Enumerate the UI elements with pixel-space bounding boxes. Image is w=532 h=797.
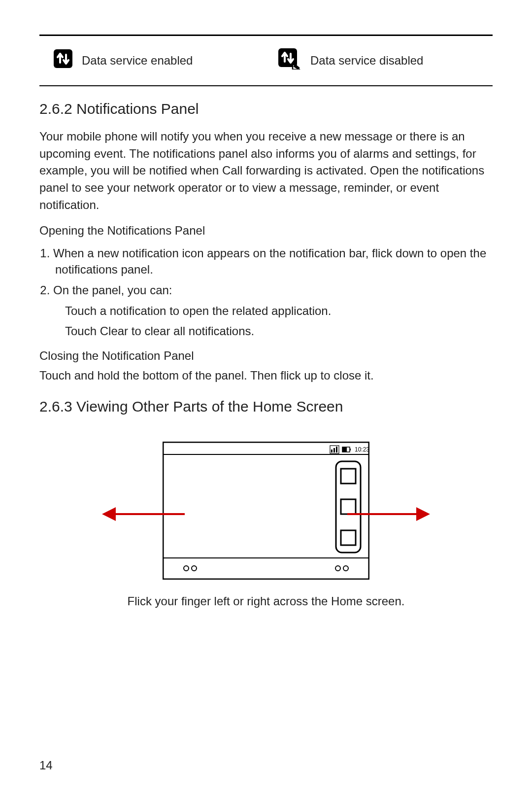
svg-rect-7 bbox=[333, 448, 335, 452]
svg-rect-8 bbox=[336, 447, 337, 452]
status-icons-row: Data service enabled Data service disabl… bbox=[39, 36, 493, 85]
step-2-sublist: Touch a notification to open the related… bbox=[39, 303, 493, 339]
row-bottom-rule bbox=[39, 85, 493, 86]
svg-rect-0 bbox=[54, 49, 72, 68]
section-262-heading: 2.6.2 Notifications Panel bbox=[39, 99, 493, 119]
opening-heading: Opening the Notifications Panel bbox=[39, 223, 493, 239]
data-disabled-label: Data service disabled bbox=[310, 53, 423, 69]
section-262-intro: Your mobile phone will notify you when y… bbox=[39, 128, 493, 214]
data-disabled-cell: Data service disabled bbox=[278, 48, 493, 73]
step-2: On the panel, you can: bbox=[53, 282, 493, 298]
swipe-left-arrow-icon bbox=[116, 513, 185, 515]
closing-heading: Closing the Notification Panel bbox=[39, 348, 493, 364]
page-number: 14 bbox=[39, 758, 53, 773]
data-disabled-icon bbox=[278, 48, 301, 73]
svg-rect-14 bbox=[341, 469, 356, 484]
svg-rect-12 bbox=[350, 449, 351, 450]
closing-body: Touch and hold the bottom of the panel. … bbox=[39, 367, 493, 384]
swipe-right-arrow-icon bbox=[347, 513, 416, 515]
data-enabled-cell: Data service enabled bbox=[53, 49, 268, 72]
bullet-touch-clear: Touch Clear to clear all notifications. bbox=[65, 323, 493, 339]
data-enabled-icon bbox=[53, 49, 73, 72]
section-263-heading: 2.6.3 Viewing Other Parts of the Home Sc… bbox=[39, 397, 493, 417]
svg-rect-6 bbox=[331, 450, 332, 452]
home-screen-figure: 10:23 bbox=[143, 442, 389, 580]
svg-rect-11 bbox=[342, 447, 347, 452]
data-enabled-label: Data service enabled bbox=[82, 53, 193, 69]
svg-rect-16 bbox=[341, 530, 356, 545]
status-time: 10:23 bbox=[355, 446, 369, 453]
figure-caption: Flick your finger left or right across t… bbox=[39, 593, 493, 609]
opening-steps-list: When a new notification icon appears on … bbox=[39, 245, 493, 298]
bullet-touch-notification: Touch a notification to open the related… bbox=[65, 303, 493, 319]
step-1: When a new notification icon appears on … bbox=[53, 245, 493, 277]
phone-illustration-icon: 10:23 bbox=[163, 442, 369, 580]
svg-rect-15 bbox=[341, 499, 356, 514]
